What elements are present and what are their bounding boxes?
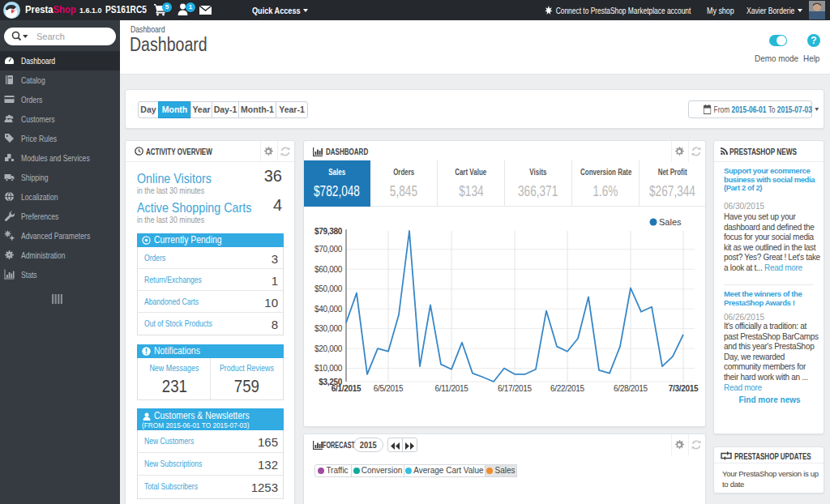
svg-text:$30,000: $30,000 bbox=[314, 324, 343, 333]
svg-text:$40,000: $40,000 bbox=[314, 305, 343, 314]
svg-text:Sales: Sales bbox=[659, 217, 682, 227]
svg-text:6/1/2015: 6/1/2015 bbox=[332, 384, 362, 393]
svg-text:$50,000: $50,000 bbox=[314, 284, 343, 293]
svg-text:7/3/2015: 7/3/2015 bbox=[669, 384, 699, 393]
svg-text:$20,000: $20,000 bbox=[314, 344, 343, 353]
svg-text:6/22/2015: 6/22/2015 bbox=[550, 384, 585, 393]
svg-text:$10,000: $10,000 bbox=[314, 364, 343, 373]
svg-text:6/5/2015: 6/5/2015 bbox=[374, 384, 404, 393]
svg-text:6/11/2015: 6/11/2015 bbox=[434, 384, 468, 393]
svg-text:$70,000: $70,000 bbox=[314, 245, 343, 254]
svg-text:6/28/2015: 6/28/2015 bbox=[614, 384, 648, 393]
svg-text:6/17/2015: 6/17/2015 bbox=[498, 384, 533, 393]
svg-text:$79,380: $79,380 bbox=[314, 227, 343, 236]
svg-text:$60,000: $60,000 bbox=[314, 265, 343, 274]
